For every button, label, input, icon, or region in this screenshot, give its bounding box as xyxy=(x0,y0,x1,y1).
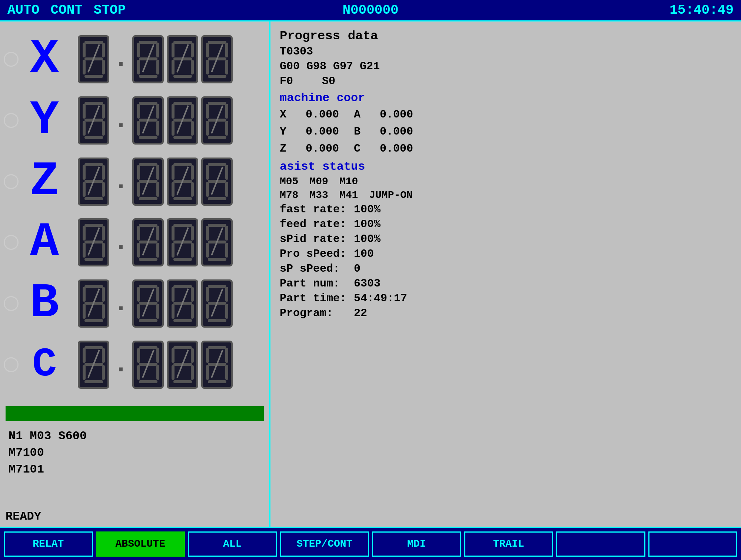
axis-row-y: Y . xyxy=(4,93,266,148)
assist-row-1: M05 M09 M10 xyxy=(280,176,732,187)
svg-rect-38 xyxy=(84,136,103,139)
mode-stop: STOP xyxy=(94,3,126,18)
svg-rect-146 xyxy=(191,287,194,302)
decimal-sep: . xyxy=(113,291,129,317)
svg-rect-178 xyxy=(191,348,194,363)
decimal-sep: . xyxy=(113,229,129,255)
coord-row-x: X 0.000 A 0.000 xyxy=(280,107,732,122)
spid-rate-row: sPid rate: 100% xyxy=(280,233,732,245)
svg-rect-166 xyxy=(84,380,103,383)
svg-rect-32 xyxy=(84,102,103,105)
axis-circle-b xyxy=(4,296,19,311)
svg-rect-177 xyxy=(172,348,175,363)
svg-rect-1 xyxy=(83,43,86,57)
svg-rect-153 xyxy=(206,287,209,302)
svg-rect-161 xyxy=(83,348,86,363)
axis-row-c: C . xyxy=(4,337,266,392)
axis-row-b: B . xyxy=(4,276,266,331)
svg-rect-52 xyxy=(172,121,175,136)
svg-rect-113 xyxy=(172,226,175,241)
svg-rect-120 xyxy=(208,224,226,227)
fast-rate-value: 100% xyxy=(354,203,381,216)
tab-all[interactable]: ALL xyxy=(188,531,277,557)
sp-speed-label: sP sPeed: xyxy=(280,262,354,275)
svg-rect-116 xyxy=(172,243,175,258)
svg-rect-126 xyxy=(208,258,226,261)
part-num-label: Part num: xyxy=(280,277,354,290)
svg-rect-50 xyxy=(191,104,194,119)
axis-value-z: . xyxy=(78,158,233,206)
svg-rect-132 xyxy=(83,304,86,319)
svg-rect-96 xyxy=(84,224,103,227)
svg-rect-109 xyxy=(156,243,159,258)
svg-rect-56 xyxy=(208,102,226,105)
sp-speed-value: 0 xyxy=(354,262,360,275)
digit xyxy=(201,96,233,145)
svg-rect-82 xyxy=(191,165,194,180)
svg-rect-78 xyxy=(139,197,157,200)
program-number: N000000 xyxy=(342,3,398,18)
svg-rect-100 xyxy=(83,243,86,258)
svg-rect-122 xyxy=(225,226,228,241)
svg-rect-49 xyxy=(172,104,175,119)
svg-rect-106 xyxy=(156,226,159,241)
axis-value-y: . xyxy=(78,96,233,145)
svg-rect-64 xyxy=(84,163,103,166)
tab-mdi[interactable]: MDI xyxy=(372,531,461,557)
svg-rect-152 xyxy=(208,285,226,288)
tab-empty-1[interactable] xyxy=(556,531,645,557)
tab-absolute[interactable]: ABSOLUTE xyxy=(96,531,185,557)
assist-m09: M09 xyxy=(309,176,328,187)
status-text: READY xyxy=(6,510,41,523)
svg-rect-144 xyxy=(173,285,192,288)
part-num-value: 6303 xyxy=(354,277,381,290)
assist-m33: M33 xyxy=(309,189,328,201)
svg-rect-160 xyxy=(84,346,103,349)
svg-rect-118 xyxy=(173,258,192,261)
axis-value-x: . xyxy=(78,35,233,83)
digit xyxy=(78,158,109,206)
svg-rect-74 xyxy=(156,165,159,180)
svg-rect-104 xyxy=(139,224,157,227)
pro-speed-value: 100 xyxy=(354,248,374,260)
svg-rect-145 xyxy=(172,287,175,302)
svg-rect-24 xyxy=(208,41,226,44)
digit xyxy=(201,218,233,266)
sp-speed-row: sP sPeed: 0 xyxy=(280,262,732,275)
svg-rect-45 xyxy=(156,121,159,136)
tab-trail[interactable]: TRAIL xyxy=(464,531,554,557)
axis-circle-a xyxy=(4,235,19,250)
coord-label-a: A xyxy=(354,108,365,121)
svg-rect-154 xyxy=(225,287,228,302)
header-left: AUTO CONT STOP xyxy=(7,3,126,18)
axis-label-z: Z xyxy=(22,158,67,206)
digit xyxy=(132,218,164,266)
axis-value-a: . xyxy=(78,218,233,266)
s-value: S0 xyxy=(322,75,335,87)
svg-rect-13 xyxy=(156,60,159,74)
assist-m10: M10 xyxy=(339,176,358,187)
svg-rect-8 xyxy=(139,41,157,44)
progress-bar-area xyxy=(0,402,269,425)
tab-step-cont[interactable]: STEP/CONT xyxy=(280,531,369,557)
left-panel: X . xyxy=(0,21,270,527)
svg-rect-80 xyxy=(173,163,192,166)
feed-rate-row: feed rate: 100% xyxy=(280,218,732,231)
spid-rate-value: 100% xyxy=(354,233,381,245)
assist-m05: M05 xyxy=(280,176,298,187)
tab-empty-2[interactable] xyxy=(648,531,738,557)
svg-rect-6 xyxy=(84,75,103,78)
mode-auto: AUTO xyxy=(7,3,39,18)
svg-rect-17 xyxy=(172,43,175,57)
svg-rect-98 xyxy=(102,226,105,241)
coord-row-y: Y 0.000 B 0.000 xyxy=(280,124,732,139)
digit xyxy=(78,341,109,389)
svg-rect-136 xyxy=(139,285,157,288)
g-codes-info: G00 G98 G97 G21 xyxy=(280,60,732,73)
svg-rect-68 xyxy=(83,182,86,197)
digit xyxy=(201,341,233,389)
svg-rect-88 xyxy=(208,163,226,166)
svg-rect-53 xyxy=(191,121,194,136)
svg-rect-128 xyxy=(84,285,103,288)
tab-relat[interactable]: RELAT xyxy=(4,531,93,557)
